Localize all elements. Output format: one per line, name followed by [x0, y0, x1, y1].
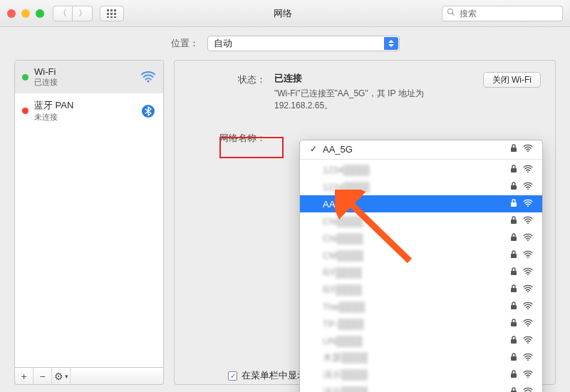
status-dot-icon [22, 74, 28, 81]
titlebar: 〈 〉 网络 [0, 0, 570, 27]
network-option[interactable]: 1234████ [300, 178, 542, 195]
nav-back-forward: 〈 〉 [53, 6, 93, 21]
network-option[interactable]: CM████ [300, 247, 542, 264]
chevron-right-icon: 〉 [78, 7, 87, 19]
svg-rect-31 [511, 288, 517, 292]
search-icon [447, 8, 455, 19]
lock-icon [509, 144, 518, 155]
network-option-name: AA [323, 199, 505, 210]
minimize-icon[interactable] [21, 9, 30, 18]
wifi-signal-icon [522, 319, 534, 329]
svg-rect-25 [511, 237, 517, 241]
network-option[interactable]: TP-████ [300, 315, 542, 332]
svg-marker-11 [388, 40, 394, 43]
network-option[interactable]: The████ [300, 298, 542, 315]
network-option[interactable]: AA [300, 195, 542, 212]
service-item-wifi[interactable]: Wi-Fi 已连接 [15, 61, 163, 93]
location-select[interactable]: 自动 [207, 36, 400, 51]
svg-point-20 [527, 188, 529, 190]
search-field[interactable] [442, 6, 563, 21]
wifi-signal-icon [522, 387, 534, 393]
svg-point-13 [147, 81, 150, 83]
lock-icon [509, 319, 518, 329]
wifi-signal-icon [522, 267, 534, 278]
network-option[interactable]: 演示████ [300, 366, 542, 383]
svg-point-32 [527, 291, 529, 292]
search-input[interactable] [458, 8, 568, 19]
wifi-signal-icon [522, 216, 534, 227]
zoom-icon[interactable] [36, 9, 44, 18]
lock-icon [509, 199, 518, 210]
window-title: 网络 [124, 7, 442, 20]
status-description: "Wi-Fi"已连接至"AA_5G"，其 IP 地址为 192.168.2.65… [274, 88, 460, 112]
network-option[interactable]: ✓AA_5G [300, 140, 542, 158]
svg-point-30 [527, 274, 529, 275]
network-option[interactable]: Chi████ [300, 212, 542, 229]
wifi-signal-icon [522, 233, 534, 244]
service-item-bluetooth-pan[interactable]: 蓝牙 PAN 未连接 [15, 93, 163, 128]
svg-rect-37 [511, 339, 517, 344]
show-all-button[interactable] [100, 6, 124, 21]
network-option[interactable]: 木瑟████ [300, 349, 542, 366]
network-option[interactable]: Chi████ [300, 229, 542, 247]
network-option-name: Chi████ [323, 216, 505, 227]
back-button[interactable]: 〈 [53, 6, 73, 21]
svg-rect-23 [511, 220, 517, 224]
network-option[interactable]: 1234████ [300, 161, 542, 178]
network-name-dropdown[interactable]: ✓AA_5G1234████1234████AAChi████Chi████CM… [299, 140, 543, 392]
lock-icon [509, 233, 518, 244]
network-option-name: ÑÝ████ [323, 284, 505, 295]
svg-rect-15 [511, 148, 517, 152]
network-option-name: 演示████ [323, 368, 505, 381]
lock-icon [509, 165, 518, 175]
lock-icon [509, 216, 518, 227]
service-status: 已连接 [34, 77, 135, 88]
network-option-name: 木瑟████ [323, 351, 505, 364]
network-option[interactable]: UN████ [300, 332, 542, 349]
svg-rect-21 [511, 202, 517, 207]
svg-rect-5 [114, 13, 116, 15]
show-menu-checkbox[interactable]: ✓ [228, 371, 237, 381]
svg-point-34 [527, 308, 529, 309]
wifi-signal-icon [522, 284, 534, 295]
network-option-name: CM████ [323, 250, 505, 261]
network-option[interactable]: ÑÝ████ [300, 264, 542, 281]
wifi-icon [140, 69, 156, 85]
forward-button[interactable]: 〉 [73, 6, 93, 21]
svg-point-28 [527, 257, 529, 258]
network-option-name: TP-████ [323, 319, 505, 329]
svg-rect-17 [511, 168, 517, 172]
chevron-left-icon: 〈 [58, 7, 67, 19]
service-list: Wi-Fi 已连接 蓝牙 PAN 未连接 [14, 60, 164, 368]
svg-rect-6 [107, 16, 109, 18]
svg-rect-27 [511, 254, 517, 258]
service-item-text: Wi-Fi 已连接 [34, 66, 135, 88]
svg-rect-29 [511, 271, 517, 275]
svg-rect-4 [110, 13, 113, 15]
svg-rect-19 [511, 185, 517, 190]
checkmark-icon: ✓ [309, 144, 318, 154]
svg-point-26 [527, 239, 529, 241]
lock-icon [509, 301, 518, 312]
status-label: 状态： [189, 72, 274, 86]
wifi-signal-icon [522, 353, 534, 363]
svg-point-9 [448, 9, 453, 14]
status-value-block: 已连接 "Wi-Fi"已连接至"AA_5G"，其 IP 地址为 192.168.… [274, 72, 483, 112]
service-status: 未连接 [34, 112, 135, 123]
svg-rect-0 [107, 9, 109, 11]
grid-icon [107, 9, 117, 18]
svg-point-18 [527, 171, 529, 172]
status-value: 已连接 [274, 73, 302, 83]
service-item-text: 蓝牙 PAN 未连接 [34, 99, 135, 123]
network-option[interactable]: 演示████ [300, 383, 542, 392]
wifi-signal-icon [522, 199, 534, 210]
network-option[interactable]: ÑÝ████ [300, 281, 542, 298]
turn-off-wifi-button[interactable]: 关闭 Wi-Fi [483, 72, 541, 88]
status-dot-icon [22, 108, 28, 114]
svg-rect-8 [114, 16, 116, 18]
lock-icon [509, 267, 518, 278]
wifi-signal-icon [522, 182, 534, 192]
svg-rect-41 [511, 373, 517, 378]
close-icon[interactable] [7, 9, 16, 18]
lock-icon [509, 250, 518, 261]
